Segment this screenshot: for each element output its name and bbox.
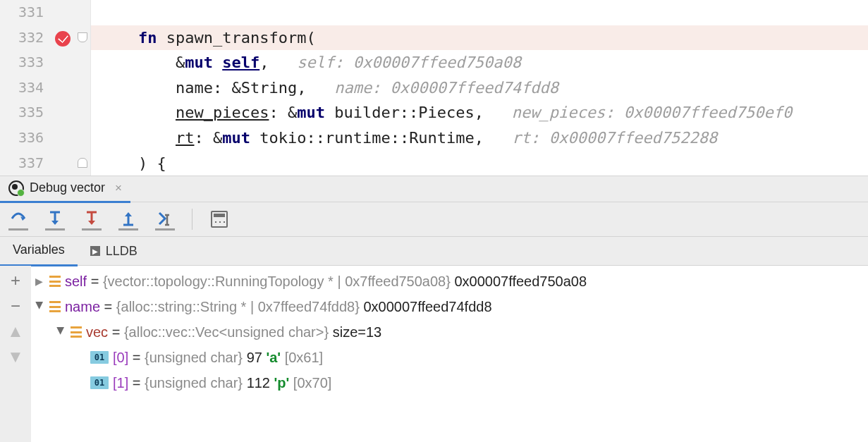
run-to-cursor-button[interactable] [155, 209, 175, 231]
breakpoint-gutter[interactable] [51, 100, 75, 125]
struct-icon [49, 300, 61, 313]
debug-subtabs: Variables▶LLDB [0, 236, 868, 265]
fold-handle-icon[interactable] [78, 158, 87, 168]
fold-gutter[interactable] [75, 100, 91, 125]
remove-watch-button[interactable]: − [3, 294, 28, 318]
chevron-right-icon: ▶ [90, 246, 100, 256]
debug-session-bar: Debug vector × [0, 176, 868, 202]
fold-handle-icon[interactable] [78, 32, 87, 42]
breakpoint-gutter[interactable] [51, 50, 75, 75]
move-down-button[interactable]: ▼ [3, 345, 28, 369]
vec-index: [1] [113, 375, 128, 391]
code-line[interactable]: 334 name: &String, name: 0x00007ffeed74f… [0, 75, 868, 101]
code-text[interactable]: new_pieces: &mut builder::Pieces, new_pi… [91, 100, 868, 125]
vec-hex: [0x70] [293, 375, 331, 391]
code-line[interactable]: 332 fn spawn_transform( [0, 25, 868, 51]
variable-size: size=13 [333, 324, 382, 340]
line-number: 331 [0, 0, 51, 25]
variable-row-vec[interactable]: ▶ vec = {alloc::vec::Vec<unsigned char>}… [31, 319, 868, 345]
expand-arrow-icon[interactable]: ▶ [35, 276, 45, 287]
breakpoint-gutter[interactable] [51, 0, 75, 25]
step-out-button[interactable] [118, 209, 138, 231]
debug-toolbar [0, 202, 868, 236]
variable-name: self [65, 274, 87, 289]
line-number: 334 [0, 75, 51, 101]
vec-type: {unsigned char} [145, 375, 243, 391]
line-number: 335 [0, 100, 51, 125]
vec-hex: [0x61] [285, 350, 323, 365]
breakpoint-gutter[interactable] [51, 125, 75, 151]
variables-tree[interactable]: ▶ self = {vector::topology::RunningTopol… [31, 266, 868, 442]
variable-type: {alloc::vec::Vec<unsigned char>} [124, 324, 329, 340]
fold-gutter[interactable] [75, 50, 91, 75]
line-number: 332 [0, 25, 51, 51]
code-text[interactable]: &mut self, self: 0x00007ffeed750a08 [91, 50, 868, 75]
vec-type: {unsigned char} [145, 350, 243, 365]
breakpoint-gutter[interactable] [51, 75, 75, 101]
variable-row-name[interactable]: ▶ name = {alloc::string::String * | 0x7f… [31, 294, 868, 319]
line-number: 336 [0, 125, 51, 151]
variable-value: 0x00007ffeed74fdd8 [363, 299, 491, 314]
variables-sidebar: + − ▲ ▼ [0, 266, 31, 442]
code-line[interactable]: 337 ) { [0, 151, 868, 176]
variable-value: 0x00007ffeed750a08 [454, 274, 587, 289]
code-line[interactable]: 336 rt: &mut tokio::runtime::Runtime, rt… [0, 125, 868, 151]
variables-panel: + − ▲ ▼ ▶ self = {vector::topology::Runn… [0, 265, 868, 442]
fold-gutter[interactable] [75, 25, 91, 51]
fold-gutter[interactable] [75, 151, 91, 176]
move-up-button[interactable]: ▲ [3, 319, 28, 343]
rust-session-icon [8, 180, 24, 196]
code-text[interactable] [91, 0, 868, 25]
code-text[interactable]: rt: &mut tokio::runtime::Runtime, rt: 0x… [91, 125, 868, 151]
struct-icon [49, 275, 61, 288]
variable-type: {alloc::string::String * | 0x7ffeed74fdd… [116, 299, 360, 314]
debug-session-tab[interactable]: Debug vector × [0, 176, 130, 203]
step-into-button[interactable] [45, 209, 65, 231]
variable-type: {vector::topology::RunningTopology * | 0… [103, 274, 451, 289]
breakpoint-gutter[interactable] [51, 25, 75, 51]
vec-decimal: 112 [247, 375, 274, 391]
code-line[interactable]: 333 &mut self, self: 0x00007ffeed750a08 [0, 50, 868, 75]
tab-label: LLDB [106, 244, 137, 259]
calculator-icon [211, 211, 228, 228]
line-number: 337 [0, 151, 51, 176]
fold-gutter[interactable] [75, 125, 91, 151]
expand-arrow-icon[interactable]: ▶ [56, 327, 67, 337]
fold-gutter[interactable] [75, 75, 91, 101]
vec-element-row[interactable]: 01[0] = {unsigned char} 97 'a' [0x61] [31, 345, 868, 370]
variable-name: vec [86, 324, 108, 340]
expand-arrow-icon[interactable]: ▶ [35, 302, 46, 312]
vec-decimal: 97 [247, 350, 267, 365]
vec-char: 'p' [274, 375, 290, 391]
code-editor: 331332 fn spawn_transform(333 &mut self,… [0, 0, 868, 176]
step-over-button[interactable] [8, 209, 28, 231]
fold-gutter[interactable] [75, 0, 91, 25]
code-text[interactable]: ) { [91, 151, 868, 176]
code-line[interactable]: 331 [0, 0, 868, 25]
primitive-icon: 01 [90, 351, 109, 364]
tab-label: Variables [13, 243, 65, 257]
breakpoint-gutter[interactable] [51, 151, 75, 176]
vec-char: 'a' [266, 350, 281, 365]
line-number: 333 [0, 50, 51, 75]
code-text[interactable]: fn spawn_transform( [91, 25, 868, 51]
struct-icon [71, 326, 82, 338]
vec-element-row[interactable]: 01[1] = {unsigned char} 112 'p' [0x70] [31, 370, 868, 395]
vec-index: [0] [113, 350, 128, 365]
breakpoint-icon[interactable] [55, 31, 71, 47]
add-watch-button[interactable]: + [3, 269, 28, 293]
evaluate-expression-button[interactable] [209, 209, 229, 229]
primitive-icon: 01 [90, 376, 109, 389]
toolbar-separator [192, 209, 192, 230]
variable-name: name [65, 299, 100, 314]
code-text[interactable]: name: &String, name: 0x00007ffeed74fdd8 [91, 75, 868, 101]
tab-lldb[interactable]: ▶LLDB [78, 237, 150, 265]
tab-variables[interactable]: Variables [0, 236, 78, 266]
debug-session-title: Debug vector [30, 180, 105, 195]
variable-row-self[interactable]: ▶ self = {vector::topology::RunningTopol… [31, 269, 868, 294]
force-step-into-button[interactable] [82, 209, 102, 231]
code-line[interactable]: 335 new_pieces: &mut builder::Pieces, ne… [0, 100, 868, 125]
close-icon[interactable]: × [115, 181, 122, 195]
